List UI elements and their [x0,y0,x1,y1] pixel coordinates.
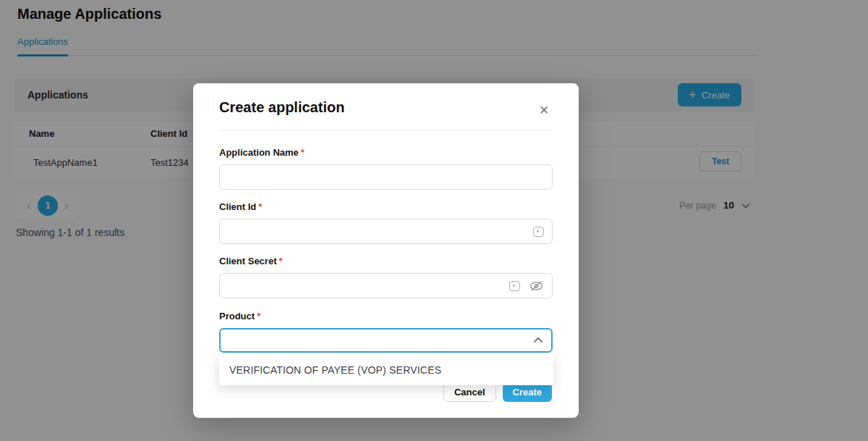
eye-off-icon[interactable] [529,280,544,293]
client-id-label: Client Id [219,201,256,212]
client-secret-field-group: Client Secret* [219,254,553,298]
product-select[interactable] [219,328,553,353]
autofill-icon[interactable] [533,227,544,237]
required-asterisk: * [278,256,282,266]
required-asterisk: * [258,201,262,212]
modal-footer: Cancel Create [443,382,552,402]
dropdown-option-vop-services[interactable]: VERIFICATION OF PAYEE (VOP) SERVICES [219,364,553,376]
close-icon[interactable]: ✕ [535,102,553,119]
modal-title-divider [219,130,553,130]
client-id-field-group: Client Id* [219,200,553,244]
client-secret-input[interactable] [219,273,553,298]
chevron-up-icon [533,337,543,344]
application-name-field-group: Application Name* [219,146,553,190]
create-application-modal: Create application ✕ Application Name* C… [193,83,579,418]
client-secret-label: Client Secret [219,256,276,266]
application-name-input[interactable] [219,164,553,190]
autofill-icon[interactable] [509,281,520,291]
product-dropdown-list: VERIFICATION OF PAYEE (VOP) SERVICES [219,354,553,385]
cancel-button[interactable]: Cancel [443,382,496,402]
product-field-group: Product* [219,309,553,353]
client-id-input[interactable] [219,219,553,244]
modal-create-button[interactable]: Create [503,382,552,402]
required-asterisk: * [257,311,260,322]
product-label: Product [219,311,255,322]
modal-title: Create application [219,99,344,116]
required-asterisk: * [301,147,305,158]
application-name-label: Application Name [219,147,299,158]
